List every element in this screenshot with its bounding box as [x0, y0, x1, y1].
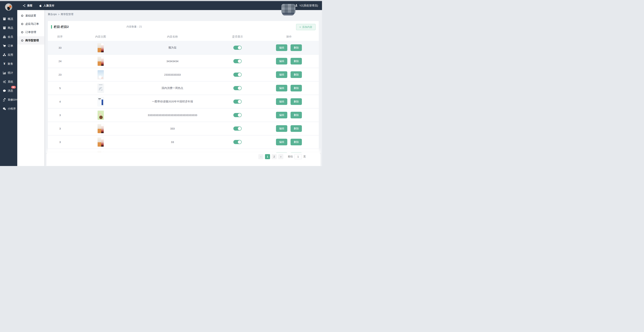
- name-cell: 34343434: [129, 60, 216, 63]
- name-cell: 33: [129, 140, 216, 144]
- actions-cell: 编辑 删除: [259, 71, 319, 78]
- breadcrumb: 聚合cps > 商学院管理: [44, 10, 322, 19]
- table-row: 3 333 编辑 删除: [48, 122, 319, 135]
- topbar-item-1[interactable]: 人脸支付: [39, 4, 54, 7]
- add-content-label: 添加内容: [302, 25, 312, 29]
- delete-button[interactable]: 删除: [290, 85, 302, 91]
- content-card: 栏目:栏目2 内容数量：21 + 添加内容 排序内容主图内容名称是否显示操作 3…: [48, 21, 319, 166]
- pagination-bar: ‹ 12 › 前往 页: [46, 153, 320, 166]
- sidebar-item-2[interactable]: 会员: [0, 32, 17, 41]
- content-thumbnail: [98, 138, 104, 147]
- thumbnail-cell: [72, 57, 129, 66]
- sub-sidebar: 基础设置 必应鸟订单 订单管理 商学院管理: [17, 10, 44, 166]
- actions-cell: 编辑 删除: [259, 85, 319, 91]
- delete-button[interactable]: 删除: [290, 71, 302, 78]
- sidebar-item-7[interactable]: 系统: [0, 77, 17, 86]
- sidebar-item-label: 装修DIY: [8, 98, 18, 101]
- sidebar-item-label: 订单: [8, 44, 13, 48]
- table-header-cell: 排序: [48, 35, 72, 38]
- apple-icon: [39, 4, 42, 7]
- circle-o-icon: [21, 23, 23, 25]
- sidebar-item-4[interactable]: 应用: [0, 50, 17, 59]
- sidebar-item-6[interactable]: 统计: [0, 68, 17, 77]
- card-header: 栏目:栏目2 内容数量：21 + 添加内容: [48, 21, 319, 32]
- sidebar-item-9[interactable]: 装修DIY: [0, 95, 17, 104]
- table-row: 3 333333333333333333333333333333333 编辑 删…: [48, 108, 319, 122]
- submenu-item-label: 商学院管理: [25, 39, 39, 42]
- thumbnail-cell: [72, 124, 129, 133]
- pagination-page-2[interactable]: 2: [272, 154, 277, 159]
- visibility-toggle[interactable]: [233, 113, 242, 117]
- edit-button[interactable]: 编辑: [276, 139, 287, 145]
- goto-page-input[interactable]: [294, 154, 302, 159]
- content-count-value: 21: [139, 25, 142, 28]
- edit-button[interactable]: 编辑: [276, 112, 287, 118]
- visibility-cell: [216, 46, 259, 50]
- pagination-pages: 12: [265, 154, 277, 159]
- pagination-next-button[interactable]: ›: [278, 154, 283, 159]
- sidebar-item-label: 应用: [8, 53, 13, 57]
- topbar-item-0[interactable]: 推客: [23, 4, 32, 7]
- edit-button[interactable]: 编辑: [276, 71, 287, 78]
- delete-button[interactable]: 删除: [290, 58, 302, 64]
- submenu-item-3[interactable]: 商学院管理: [17, 36, 44, 44]
- submenu-item-1[interactable]: 必应鸟订单: [17, 20, 44, 28]
- pagination-page-1[interactable]: 1: [265, 154, 270, 159]
- visibility-toggle[interactable]: [233, 46, 242, 50]
- breadcrumb-item-root[interactable]: 聚合cps: [48, 13, 57, 16]
- delete-button[interactable]: 删除: [290, 112, 302, 118]
- box-icon: [3, 26, 6, 30]
- edit-button[interactable]: 编辑: [276, 98, 287, 105]
- toggle-knob: [238, 113, 241, 117]
- visibility-toggle[interactable]: [233, 126, 242, 131]
- sidebar-item-10[interactable]: 小程序: [0, 104, 17, 113]
- table-row: 5 国内消费一周热点 编辑 删除: [48, 81, 319, 95]
- content-thumbnail: [98, 43, 104, 52]
- delete-button[interactable]: 删除: [290, 139, 302, 145]
- pagination-goto: 前往 页: [288, 154, 306, 159]
- actions-cell: 编辑 删除: [259, 112, 319, 118]
- sort-cell: 3: [48, 127, 72, 130]
- thumbnail-cell: [72, 97, 129, 106]
- delete-button[interactable]: 删除: [290, 44, 302, 51]
- visibility-toggle[interactable]: [233, 73, 242, 77]
- sidebar-item-1[interactable]: 商品: [0, 23, 17, 32]
- add-content-button[interactable]: + 添加内容: [296, 24, 316, 30]
- table-row: 4 一图带你读懂2020年中国经济年报 编辑 删除: [48, 95, 319, 108]
- goto-unit-label: 页: [303, 155, 306, 158]
- visibility-cell: [216, 113, 259, 117]
- content-thumbnail: [98, 84, 104, 93]
- sidebar-item-8[interactable]: 消息60: [0, 86, 17, 95]
- pagination-prev-button[interactable]: ‹: [258, 154, 264, 159]
- sort-cell: 5: [48, 87, 72, 90]
- sidebar-item-0[interactable]: 概况: [0, 14, 17, 23]
- edit-button[interactable]: 编辑: [276, 58, 287, 64]
- thumbnail-cell: [72, 111, 129, 120]
- sort-cell: 23: [48, 73, 72, 76]
- topbar-item-label: 推客: [27, 4, 32, 7]
- avatar[interactable]: [5, 3, 12, 10]
- visibility-cell: [216, 59, 259, 63]
- content-count: 内容数量：21: [126, 25, 142, 28]
- visibility-toggle[interactable]: [233, 99, 242, 104]
- thumbnail-cell: [72, 138, 129, 147]
- toggle-knob: [238, 86, 241, 90]
- content-count-label: 内容数量：: [126, 25, 139, 28]
- name-cell: 一图带你读懂2020年中国经济年报: [129, 100, 216, 103]
- user-menu[interactable]: YZ(系统管理员): [295, 4, 318, 7]
- sidebar-item-3[interactable]: 订单: [0, 41, 17, 50]
- thumbnail-cell: [72, 84, 129, 93]
- edit-button[interactable]: 编辑: [276, 125, 287, 132]
- delete-button[interactable]: 删除: [290, 125, 302, 132]
- plus-icon: +: [299, 26, 301, 28]
- edit-button[interactable]: 编辑: [276, 85, 287, 91]
- sidebar-item-5[interactable]: ¥ 财务: [0, 59, 17, 68]
- edit-button[interactable]: 编辑: [276, 44, 287, 51]
- submenu-item-2[interactable]: 订单管理: [17, 28, 44, 36]
- delete-button[interactable]: 删除: [290, 98, 302, 105]
- visibility-toggle[interactable]: [233, 86, 242, 90]
- visibility-toggle[interactable]: [233, 59, 242, 63]
- visibility-toggle[interactable]: [233, 140, 242, 144]
- submenu-item-0[interactable]: 基础设置: [17, 11, 44, 20]
- name-cell: 额为翁: [129, 46, 216, 49]
